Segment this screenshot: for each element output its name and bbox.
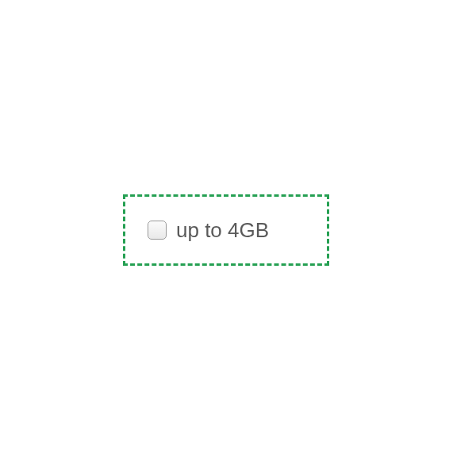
- storage-option-label[interactable]: up to 4GB: [176, 218, 269, 243]
- storage-option-box: up to 4GB: [123, 194, 329, 266]
- storage-option-checkbox[interactable]: [148, 221, 167, 240]
